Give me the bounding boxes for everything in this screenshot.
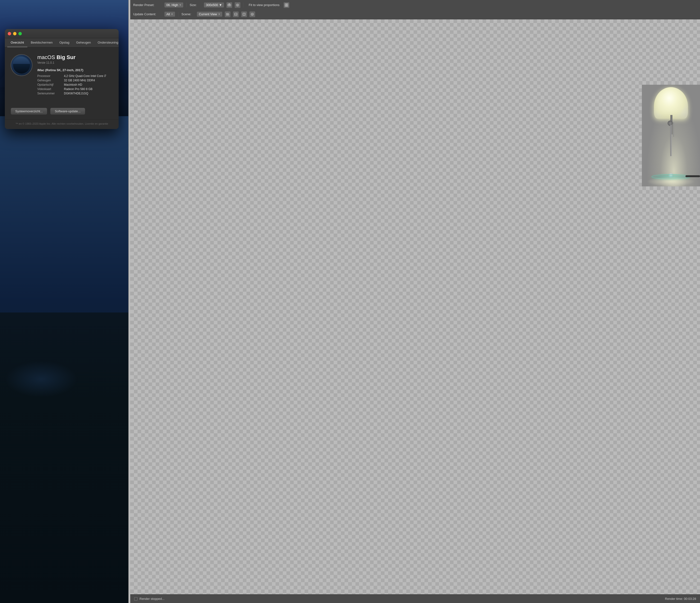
render-preset-label: Render Preset:	[133, 3, 162, 7]
spec-value-startup: Macintosh HD	[64, 83, 82, 86]
window-minimize-button[interactable]	[13, 32, 17, 35]
svg-rect-6	[287, 4, 288, 5]
svg-rect-5	[285, 4, 286, 5]
panel-divider	[128, 0, 130, 603]
toolbar-row-1: Render Preset: 06. High ▼ Size: 300x500 …	[130, 0, 700, 10]
blender-render-panel: Render Preset: 06. High ▼ Size: 300x500 …	[130, 0, 700, 603]
window-titlebar	[5, 29, 119, 38]
size-label: Size:	[190, 3, 202, 7]
window-tabs-bar: Overzicht Beeldschermen Opslag Geheugen …	[5, 38, 119, 47]
size-dropdown[interactable]: 300x500 ▼	[204, 2, 224, 8]
render-btn-icon	[236, 3, 239, 7]
scene-dropdown[interactable]: Current View ▼	[197, 11, 223, 17]
lamp-power-cord	[685, 175, 700, 177]
window-main-content: macOS Big Sur Versie 11.0.1 iMac (Retina…	[5, 47, 119, 103]
scene-extra-btn-1[interactable]	[233, 11, 239, 18]
rendered-lamp-image	[642, 85, 700, 186]
tab-geheugen[interactable]: Geheugen	[73, 38, 94, 47]
mac-copyright-text: ™ en © 1983–2020 Apple Inc. Alle rechten…	[5, 120, 119, 129]
render-time-text: Render time: 00:03:28	[665, 597, 696, 601]
software-update-button[interactable]: Software-update...	[50, 108, 85, 115]
svg-rect-8	[287, 5, 288, 6]
spec-value-gpu: Radeon Pro 580 8 GB	[64, 87, 93, 91]
scene-extra-btn-2[interactable]	[241, 11, 247, 18]
render-statusbar: Render stopped... Render time: 00:03:28	[130, 594, 700, 603]
tab-overzicht[interactable]: Overzicht	[7, 38, 27, 47]
mac-system-info: macOS Big Sur Versie 11.0.1 iMac (Retina…	[37, 54, 113, 96]
svg-marker-9	[226, 13, 229, 15]
os-name-regular: macOS	[37, 54, 56, 60]
scene-arrow-icon: ▼	[218, 13, 220, 16]
update-content-arrow-icon: ▼	[171, 13, 173, 16]
render-canvas-area	[130, 19, 700, 594]
svg-rect-2	[229, 4, 230, 4]
svg-rect-7	[285, 5, 286, 6]
about-this-mac-window: Overzicht Beeldschermen Opslag Geheugen …	[5, 29, 119, 129]
fit-to-view-icon-btn[interactable]	[283, 2, 290, 8]
spec-label-serial: Serienummer	[37, 92, 64, 95]
lamp-stem	[670, 125, 672, 156]
tab-beeldschermen[interactable]: Beeldschermen	[27, 38, 56, 47]
avatar-mountains	[13, 64, 30, 74]
scene-camera-btn[interactable]	[224, 11, 231, 18]
tab-ondersteuning[interactable]: Ondersteuning	[94, 38, 119, 47]
scene-camera-icon	[226, 12, 229, 16]
statusbar-left: Render stopped...	[134, 597, 165, 601]
macos-avatar-inner	[13, 57, 30, 74]
system-overview-button[interactable]: Systeemoverzicht...	[11, 108, 47, 115]
tab-opslag[interactable]: Opslag	[56, 38, 73, 47]
render-icon-btn-2[interactable]	[234, 2, 241, 8]
svg-point-1	[229, 4, 230, 5]
fit-to-view-label[interactable]: Fit to view proportions	[247, 2, 281, 7]
scene-label: Scene:	[181, 12, 195, 16]
checker-background	[130, 19, 700, 594]
toolbar-separator-3	[178, 12, 178, 17]
ocean-background	[0, 312, 128, 603]
toolbar-row-2: Update Content: All ▼ Scene: Current Vie…	[130, 10, 700, 19]
spec-row-processor: Processor 4,2 GHz Quad-Core Intel Core i…	[37, 74, 113, 78]
render-preset-dropdown[interactable]: 06. High ▼	[164, 2, 183, 8]
scene-extra-icon-2	[242, 12, 246, 16]
os-name: macOS Big Sur	[37, 54, 113, 60]
scene-value: Current View	[199, 12, 217, 16]
macos-avatar	[11, 54, 32, 76]
status-icon	[134, 597, 138, 601]
spec-row-startup-disk: Opstartschijf Macintosh HD	[37, 83, 113, 86]
lamp-base-glow	[647, 177, 695, 186]
macos-desktop: Overzicht Beeldschermen Opslag Geheugen …	[0, 0, 128, 603]
camera-icon	[228, 3, 231, 7]
scene-extra-icon-3	[251, 12, 254, 16]
os-name-bold: Big Sur	[56, 54, 75, 60]
update-content-value: All	[166, 12, 170, 16]
mac-model-name: iMac (Retina 5K, 27-inch, 2017)	[37, 68, 113, 72]
mac-action-buttons: Systeemoverzicht... Software-update...	[5, 108, 119, 120]
spec-label-processor: Processor	[37, 74, 64, 78]
spec-label-startup: Opstartschijf	[37, 83, 64, 86]
ocean-light-reflection	[5, 361, 77, 397]
size-arrow-icon: ▼	[219, 3, 222, 7]
lamp-pull-cord	[673, 122, 674, 137]
os-version: Versie 11.0.1	[37, 61, 113, 65]
update-content-dropdown[interactable]: All ▼	[164, 11, 175, 17]
spec-label-memory: Geheugen	[37, 79, 64, 82]
render-icon-btn-1[interactable]	[226, 2, 232, 8]
scene-extra-btn-3[interactable]	[249, 11, 255, 18]
toolbar-separator-2	[244, 3, 244, 7]
render-status-text: Render stopped...	[140, 597, 165, 601]
spec-value-memory: 32 GB 2400 MHz DDR4	[64, 79, 95, 82]
spec-row-gpu: Videokaart Radeon Pro 580 8 GB	[37, 87, 113, 91]
spec-row-memory: Geheugen 32 GB 2400 MHz DDR4	[37, 79, 113, 82]
toolbar-separator-1	[186, 3, 187, 7]
lamp-scene-render	[642, 85, 700, 186]
svg-point-10	[227, 14, 228, 15]
render-toolbar: Render Preset: 06. High ▼ Size: 300x500 …	[130, 0, 700, 19]
window-close-button[interactable]	[8, 32, 11, 35]
spec-label-gpu: Videokaart	[37, 87, 64, 91]
render-preset-arrow-icon: ▼	[179, 4, 181, 6]
scene-extra-icon-1	[234, 12, 238, 16]
update-content-label: Update Content:	[133, 12, 162, 16]
window-maximize-button[interactable]	[18, 32, 22, 35]
lamp-shade	[654, 87, 688, 119]
spec-value-processor: 4,2 GHz Quad-Core Intel Core i7	[64, 74, 106, 78]
svg-point-4	[237, 5, 238, 5]
